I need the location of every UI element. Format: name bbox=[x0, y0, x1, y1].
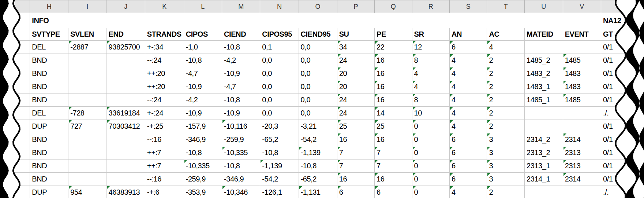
cell-su[interactable]: 20 bbox=[337, 67, 374, 80]
cell-su[interactable]: 34 bbox=[337, 41, 374, 54]
field-header-an[interactable]: AN bbox=[449, 28, 487, 41]
cell-end[interactable] bbox=[106, 80, 145, 94]
cell-strands[interactable]: -+:25 bbox=[145, 120, 184, 133]
cell-pe[interactable]: 14 bbox=[375, 107, 412, 120]
cell-cipos[interactable]: -10,335 bbox=[184, 160, 222, 173]
cell-svtype[interactable]: BND bbox=[30, 146, 68, 160]
cell-pe[interactable]: 6 bbox=[375, 186, 412, 198]
cell-ciend95[interactable]: -3,21 bbox=[299, 120, 337, 133]
column-letter-T[interactable]: T bbox=[487, 0, 525, 13]
cell-cipos95[interactable]: 0,0 bbox=[260, 80, 299, 94]
cell-cipos95[interactable]: 0,0 bbox=[260, 107, 299, 120]
cell-event[interactable]: 2313 bbox=[563, 160, 601, 173]
field-header-su[interactable]: SU bbox=[337, 28, 374, 41]
cell-svtype[interactable]: BND bbox=[30, 94, 68, 107]
cell-an[interactable]: 6 bbox=[449, 146, 487, 160]
cell-strands[interactable]: ++:7 bbox=[145, 146, 184, 160]
cell-cipos95[interactable]: -1,139 bbox=[260, 160, 299, 173]
cell-pe[interactable]: 16 bbox=[375, 94, 412, 107]
cell-svtype[interactable]: BND bbox=[30, 173, 68, 186]
cell-mateid[interactable]: 2314_2 bbox=[524, 133, 563, 146]
cell-an[interactable]: 4 bbox=[449, 67, 487, 80]
cell-an[interactable]: 6 bbox=[449, 133, 487, 146]
cell-su[interactable]: 25 bbox=[337, 120, 374, 133]
cell-mateid[interactable]: 2313_1 bbox=[524, 160, 563, 173]
cell-sr[interactable]: 0 bbox=[412, 146, 449, 160]
cell-pe[interactable]: 22 bbox=[375, 41, 412, 54]
cell-ac[interactable]: 3 bbox=[487, 160, 525, 173]
cell-svtype[interactable]: BND bbox=[30, 54, 68, 67]
cell-ciend95[interactable]: 0,0 bbox=[299, 80, 337, 94]
cell-ac[interactable]: 2 bbox=[487, 120, 525, 133]
cell-ac[interactable]: 4 bbox=[487, 41, 525, 54]
column-letter-L[interactable]: L bbox=[184, 0, 222, 13]
cell-svlen[interactable] bbox=[68, 146, 106, 160]
cell-ciend[interactable]: -259,9 bbox=[222, 133, 260, 146]
cell-su[interactable]: 7 bbox=[337, 146, 374, 160]
cell-ciend95[interactable]: -54,2 bbox=[299, 133, 337, 146]
cell-end[interactable] bbox=[106, 133, 145, 146]
column-letter-K[interactable]: K bbox=[145, 0, 184, 13]
cell-ciend[interactable]: -10,9 bbox=[222, 107, 260, 120]
cell-an[interactable]: 6 bbox=[449, 41, 487, 54]
cell-end[interactable] bbox=[106, 173, 145, 186]
cell-svtype[interactable]: DEL bbox=[30, 107, 68, 120]
cell-sr[interactable]: 4 bbox=[412, 67, 449, 80]
cell-an[interactable]: 4 bbox=[449, 186, 487, 198]
cell-mateid[interactable]: 1483_1 bbox=[524, 80, 563, 94]
cell-ciend[interactable]: -346,9 bbox=[222, 173, 260, 186]
cell-ciend[interactable]: -10,335 bbox=[222, 146, 260, 160]
cell-event[interactable] bbox=[563, 41, 601, 54]
cell-sr[interactable]: 8 bbox=[412, 94, 449, 107]
cell-pe[interactable]: 7 bbox=[375, 160, 412, 173]
cell-event[interactable]: 1485 bbox=[563, 94, 601, 107]
cell-su[interactable]: 24 bbox=[337, 107, 374, 120]
cell-pe[interactable]: 16 bbox=[375, 80, 412, 94]
field-header-strands[interactable]: STRANDS bbox=[145, 28, 184, 41]
cell-svlen[interactable] bbox=[68, 94, 106, 107]
cell-svlen[interactable]: -2887 bbox=[68, 41, 106, 54]
cell-end[interactable] bbox=[106, 54, 145, 67]
cell-strands[interactable]: +-:34 bbox=[145, 41, 184, 54]
cell-end[interactable] bbox=[106, 146, 145, 160]
cell-ac[interactable]: 2 bbox=[487, 94, 525, 107]
cell-event[interactable]: 1483 bbox=[563, 80, 601, 94]
cell-su[interactable]: 24 bbox=[337, 54, 374, 67]
field-header-event[interactable]: EVENT bbox=[563, 28, 601, 41]
cell-svlen[interactable]: -728 bbox=[68, 107, 106, 120]
column-letter-V[interactable]: V bbox=[563, 0, 601, 13]
cell-strands[interactable]: --:16 bbox=[145, 133, 184, 146]
cell-svlen[interactable] bbox=[68, 160, 106, 173]
cell-sr[interactable]: 0 bbox=[412, 120, 449, 133]
info-section-header[interactable]: INFO bbox=[30, 13, 601, 28]
cell-ac[interactable]: 3 bbox=[487, 146, 525, 160]
cell-mateid[interactable] bbox=[524, 120, 563, 133]
cell-an[interactable]: 4 bbox=[449, 94, 487, 107]
cell-cipos95[interactable]: -10,8 bbox=[260, 146, 299, 160]
cell-mateid[interactable]: 2313_2 bbox=[524, 146, 563, 160]
cell-su[interactable]: 7 bbox=[337, 160, 374, 173]
cell-an[interactable]: 6 bbox=[449, 160, 487, 173]
cell-end[interactable] bbox=[106, 160, 145, 173]
cell-su[interactable]: 24 bbox=[337, 94, 374, 107]
cell-cipos95[interactable]: -20,3 bbox=[260, 120, 299, 133]
column-letter-M[interactable]: M bbox=[222, 0, 260, 13]
cell-cipos[interactable]: -10,9 bbox=[184, 80, 222, 94]
field-header-sr[interactable]: SR bbox=[412, 28, 449, 41]
cell-svlen[interactable] bbox=[68, 54, 106, 67]
cell-svtype[interactable]: DUP bbox=[30, 120, 68, 133]
cell-cipos[interactable]: -10,8 bbox=[184, 146, 222, 160]
cell-ciend[interactable]: -10,346 bbox=[222, 186, 260, 198]
cell-cipos[interactable]: -4,2 bbox=[184, 94, 222, 107]
cell-cipos95[interactable]: 0,0 bbox=[260, 67, 299, 80]
cell-cipos95[interactable]: -126,1 bbox=[260, 186, 299, 198]
cell-cipos[interactable]: -1,0 bbox=[184, 41, 222, 54]
cell-svlen[interactable] bbox=[68, 67, 106, 80]
cell-event[interactable]: 2314 bbox=[563, 173, 601, 186]
cell-cipos[interactable]: -157,9 bbox=[184, 120, 222, 133]
cell-end[interactable]: 46383913 bbox=[106, 186, 145, 198]
cell-end[interactable]: 93825700 bbox=[106, 41, 145, 54]
cell-ciend95[interactable]: 0,0 bbox=[299, 54, 337, 67]
cell-mateid[interactable] bbox=[524, 107, 563, 120]
cell-event[interactable]: 2314 bbox=[563, 133, 601, 146]
